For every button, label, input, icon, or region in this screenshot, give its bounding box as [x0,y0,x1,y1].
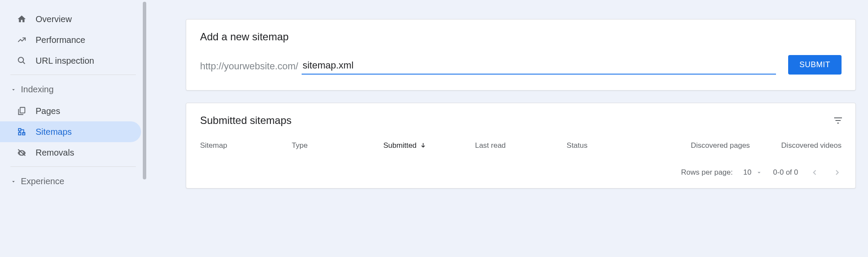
th-type[interactable]: Type [292,141,383,150]
th-last-read[interactable]: Last read [475,141,566,150]
nav-label: Pages [36,106,60,116]
pagination: Rows per page: 10 0-0 of 0 [186,158,855,188]
home-icon [16,14,27,24]
sidebar-scrollbar[interactable] [142,0,146,257]
rows-value: 10 [743,168,751,177]
sitemap-icon [16,127,27,137]
main-content: Add a new sitemap http://yourwebsite.com… [147,0,868,257]
next-page-button[interactable] [831,166,843,179]
add-sitemap-row: http://yourwebsite.com/ SUBMIT [186,43,855,90]
chevron-down-icon [10,178,17,185]
scrollbar-thumb[interactable] [143,2,146,179]
th-submitted[interactable]: Submitted [383,141,475,150]
filter-icon[interactable] [833,115,843,126]
th-sitemap[interactable]: Sitemap [200,141,292,150]
th-status[interactable]: Status [567,141,658,150]
url-prefix: http://yourwebsite.com/ [200,61,298,75]
th-submitted-label: Submitted [383,141,417,150]
rows-per-page-label: Rows per page: [681,168,733,177]
card-header: Submitted sitemaps [186,103,855,128]
arrow-down-icon [419,142,427,150]
add-sitemap-card: Add a new sitemap http://yourwebsite.com… [186,19,856,91]
nav-pages[interactable]: Pages [0,101,141,121]
divider [10,166,136,167]
prev-page-button[interactable] [809,166,821,179]
divider [10,75,136,75]
table-header-row: Sitemap Type Submitted Last read Status … [186,128,855,158]
section-experience[interactable]: Experience [0,170,146,192]
nav-label: Removals [36,148,74,158]
nav-label: Sitemaps [36,127,72,137]
section-label: Indexing [21,85,54,94]
th-discovered-pages[interactable]: Discovered pages [658,141,750,150]
nav-performance[interactable]: Performance [0,29,141,50]
submitted-sitemaps-card: Submitted sitemaps Sitemap Type Submitte… [186,103,856,189]
nav-label: Performance [36,35,85,45]
svg-rect-4 [19,133,21,135]
svg-rect-1 [20,107,25,113]
nav-overview[interactable]: Overview [0,9,141,29]
svg-rect-2 [19,129,21,131]
trending-icon [16,35,27,45]
submitted-title: Submitted sitemaps [200,114,292,127]
pagination-range: 0-0 of 0 [773,168,798,177]
add-sitemap-title: Add a new sitemap [186,20,855,43]
search-icon [16,55,27,66]
nav-url-inspection[interactable]: URL inspection [0,50,141,71]
nav-removals[interactable]: Removals [0,142,141,163]
sitemap-url-input[interactable] [302,58,776,75]
svg-point-0 [18,57,23,62]
rows-per-page-select[interactable]: 10 [743,168,763,177]
nav-label: URL inspection [36,56,94,66]
th-discovered-videos[interactable]: Discovered videos [750,141,842,150]
visibility-off-icon [16,147,27,158]
dropdown-icon [756,169,763,176]
section-label: Experience [21,176,64,186]
nav-label: Overview [36,14,72,24]
nav-sitemaps[interactable]: Sitemaps [0,121,141,142]
sidebar: Overview Performance URL inspection Inde… [0,0,147,257]
section-indexing[interactable]: Indexing [0,78,146,101]
submit-button[interactable]: SUBMIT [788,55,842,75]
chevron-down-icon [10,86,17,94]
pages-icon [16,106,27,116]
